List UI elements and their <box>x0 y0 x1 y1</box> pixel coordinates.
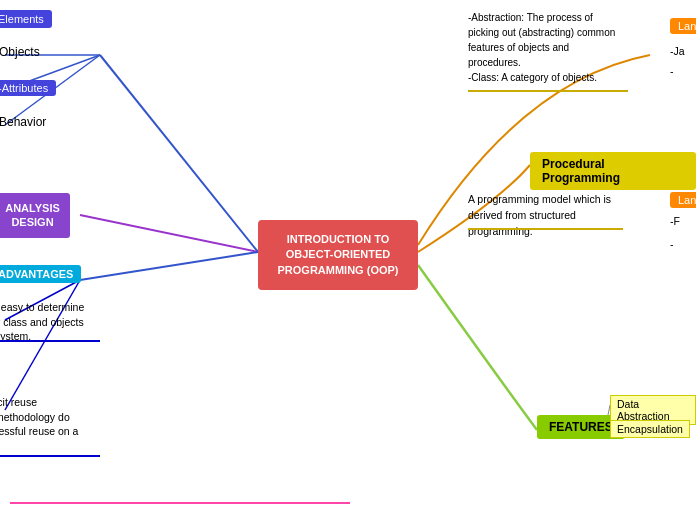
lang-top-item1: -Ja <box>670 45 685 57</box>
attributes-label: -Attributes <box>0 82 48 94</box>
lang-top-item2: - <box>670 65 674 77</box>
svg-line-4 <box>80 215 258 252</box>
node-encapsulation: Encapsulation <box>610 420 690 438</box>
node-lang-top-item2: - <box>670 65 674 77</box>
node-lang-top-item1: -Ja <box>670 45 685 57</box>
node-adv-text1: t easy to determiney class and objectssy… <box>0 300 105 344</box>
node-analysis-design: ANALYSIS DESIGN <box>0 193 70 238</box>
adv-line2 <box>0 455 100 457</box>
node-lang-proc-item2: - <box>670 238 674 250</box>
node-elements: Elements <box>0 10 52 28</box>
procedural-label: Procedural Programming <box>542 157 620 185</box>
behavior-label: -Behavior <box>0 115 46 129</box>
design-label: DESIGN <box>5 215 60 229</box>
central-label: INTRODUCTION TO OBJECT-ORIENTED PROGRAMM… <box>278 233 399 276</box>
adv-text1: t easy to determiney class and objectssy… <box>0 301 84 342</box>
node-lang-proc-item1: -F <box>670 215 680 227</box>
node-lang-proc: Lang <box>670 192 696 208</box>
encapsulation-label: Encapsulation <box>617 423 683 435</box>
lang-proc-item2: - <box>670 238 674 250</box>
node-advantages: ADVANTAGES <box>0 265 81 283</box>
node-behavior: -Behavior <box>0 115 46 129</box>
abstraction-text: -Abstraction: The process of picking out… <box>468 12 615 83</box>
lang-top-label: Lang <box>678 20 696 32</box>
elements-label: Elements <box>0 13 44 25</box>
advantages-label: ADVANTAGES <box>0 268 73 280</box>
adv-line1 <box>0 340 100 342</box>
node-objects: -Objects <box>0 45 40 59</box>
node-procedural: Procedural Programming <box>530 152 696 190</box>
central-node: INTRODUCTION TO OBJECT-ORIENTED PROGRAMM… <box>258 220 418 290</box>
lang-proc-item1: -F <box>670 215 680 227</box>
lang-proc-label: Lang <box>678 194 696 206</box>
node-abstraction: -Abstraction: The process of picking out… <box>468 10 633 85</box>
node-procedural-text: A programming model which isderived from… <box>468 192 623 239</box>
abstraction-line <box>468 90 628 92</box>
node-attributes: -Attributes <box>0 80 56 96</box>
adv-text2: icit reusemethodology doressful reuse on… <box>0 396 78 437</box>
node-adv-text2: icit reusemethodology doressful reuse on… <box>0 395 105 439</box>
procedural-line <box>468 228 623 230</box>
analysis-label: ANALYSIS <box>5 201 60 215</box>
data-abstraction-label: Data Abstraction <box>617 398 670 422</box>
node-lang-top: Lang <box>670 18 696 34</box>
mind-map-canvas: INTRODUCTION TO OBJECT-ORIENTED PROGRAMM… <box>0 0 696 520</box>
features-label: FEATURES <box>549 420 613 434</box>
svg-line-0 <box>100 55 258 252</box>
svg-line-5 <box>80 252 258 280</box>
objects-label: -Objects <box>0 45 40 59</box>
